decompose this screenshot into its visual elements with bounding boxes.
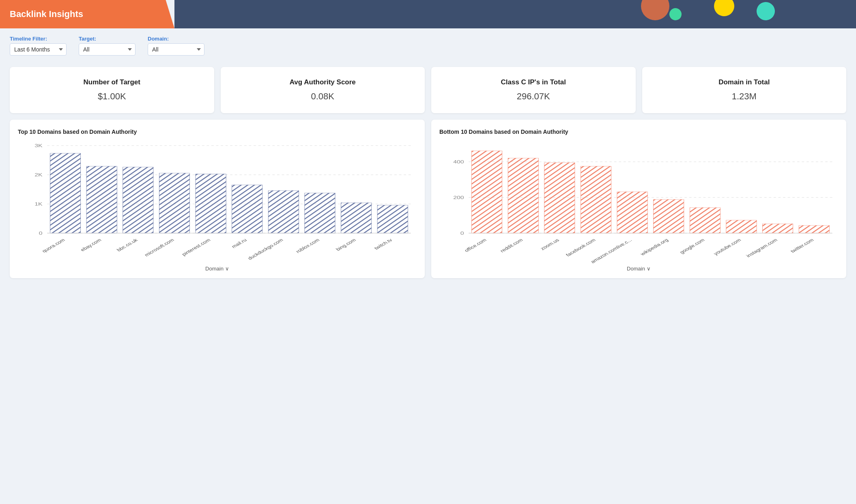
- deco-circle-yellow: [714, 0, 734, 16]
- svg-text:office.com: office.com: [463, 238, 488, 253]
- bottom-domains-chart-card: Bottom 10 Domains based on Domain Author…: [431, 120, 846, 278]
- bottom-bar-chart: 400 200 0: [439, 142, 838, 263]
- bar-amazon: [617, 192, 647, 233]
- svg-text:wikipedia.org: wikipedia.org: [639, 238, 670, 257]
- svg-text:twitter.com: twitter.com: [789, 238, 815, 253]
- card-domain-total: Domain in Total 1.23M: [642, 67, 847, 113]
- svg-text:youtube.com: youtube.com: [712, 238, 742, 256]
- bar-zoom: [544, 163, 575, 233]
- top-domains-chart-card: Top 10 Domains based on Domain Authority: [10, 120, 425, 278]
- header-decoration: [174, 0, 856, 28]
- bar-instagram: [763, 224, 793, 233]
- svg-text:bbc.co.uk: bbc.co.uk: [116, 238, 139, 253]
- card-title-3: Domain in Total: [650, 78, 839, 86]
- card-value-2: 296.07K: [439, 91, 628, 102]
- bar-bbc: [123, 167, 153, 233]
- bar-twitter: [799, 225, 829, 233]
- bar-pinterest: [196, 174, 226, 233]
- card-title-1: Avg Authority Score: [229, 78, 417, 86]
- svg-text:bing.com: bing.com: [335, 238, 357, 252]
- bottom-chart-x-label: Domain ∨: [439, 266, 838, 272]
- target-filter-label: Target:: [79, 36, 135, 42]
- svg-text:reddit.com: reddit.com: [499, 238, 524, 253]
- bar-reddit: [508, 158, 538, 233]
- filters-bar: Timeline Filter: Last 6 Months Last 3 Mo…: [0, 28, 856, 62]
- domain-filter-label: Domain:: [148, 36, 204, 42]
- deco-circle-orange: [641, 0, 669, 20]
- svg-text:twitch.tv: twitch.tv: [373, 238, 394, 251]
- bar-ebay: [86, 166, 117, 233]
- bar-microsoft: [159, 173, 189, 233]
- domain-filter-group: Domain: All: [148, 36, 204, 56]
- app-title: Backlink Insights: [10, 9, 83, 19]
- header: Backlink Insights: [0, 0, 856, 28]
- svg-text:roblox.com: roblox.com: [295, 238, 321, 254]
- bar-wikipedia: [654, 199, 684, 233]
- bar-youtube: [726, 220, 757, 233]
- svg-text:zoom.us: zoom.us: [539, 238, 560, 251]
- bar-twitch: [377, 205, 408, 233]
- deco-square-green: [668, 6, 683, 22]
- bar-office: [472, 151, 502, 233]
- card-value-1: 0.08K: [229, 91, 417, 102]
- top-chart-x-label: Domain ∨: [18, 266, 417, 272]
- bar-facebook: [581, 166, 611, 233]
- metric-cards: Number of Target $1.00K Avg Authority Sc…: [0, 62, 856, 120]
- svg-text:400: 400: [453, 159, 464, 164]
- charts-row: Top 10 Domains based on Domain Authority: [0, 120, 856, 288]
- svg-text:duckduckgo.com: duckduckgo.com: [247, 238, 284, 261]
- svg-text:quora.com: quora.com: [41, 238, 67, 253]
- card-title-2: Class C IP's in Total: [439, 78, 628, 86]
- card-value-0: $1.00K: [18, 91, 206, 102]
- bar-duckduckgo: [268, 191, 299, 233]
- svg-text:0: 0: [460, 231, 464, 236]
- target-filter-select[interactable]: All: [79, 43, 135, 56]
- top-chart-area: 3K 2K 1K 0: [18, 142, 417, 263]
- svg-text:2K: 2K: [34, 172, 42, 177]
- svg-text:0: 0: [39, 231, 43, 236]
- card-value-3: 1.23M: [650, 91, 839, 102]
- bar-bing: [341, 203, 372, 233]
- card-avg-authority: Avg Authority Score 0.08K: [221, 67, 425, 113]
- card-class-c-ip: Class C IP's in Total 296.07K: [431, 67, 636, 113]
- timeline-filter-select[interactable]: Last 6 Months Last 3 Months Last Month A…: [10, 43, 67, 56]
- domain-filter-select[interactable]: All: [148, 43, 204, 56]
- svg-text:facebook.com: facebook.com: [565, 238, 597, 257]
- bottom-chart-title: Bottom 10 Domains based on Domain Author…: [439, 129, 838, 135]
- svg-text:microsoft.com: microsoft.com: [143, 238, 175, 257]
- bar-mailru: [232, 185, 262, 233]
- top-chart-title: Top 10 Domains based on Domain Authority: [18, 129, 417, 135]
- bar-google: [690, 208, 720, 233]
- bottom-chart-area: 400 200 0: [439, 142, 838, 263]
- deco-shape-teal: [755, 0, 777, 22]
- svg-text:1K: 1K: [34, 202, 42, 206]
- card-number-of-target: Number of Target $1.00K: [10, 67, 214, 113]
- timeline-filter-group: Timeline Filter: Last 6 Months Last 3 Mo…: [10, 36, 67, 56]
- bar-quora: [50, 153, 81, 233]
- svg-text:google.com: google.com: [678, 238, 706, 255]
- card-title-0: Number of Target: [18, 78, 206, 86]
- svg-text:mail.ru: mail.ru: [230, 238, 248, 249]
- bar-roblox: [305, 193, 335, 233]
- svg-text:ebay.com: ebay.com: [79, 238, 103, 252]
- header-brand: Backlink Insights: [0, 0, 174, 28]
- timeline-filter-label: Timeline Filter:: [10, 36, 67, 42]
- svg-text:instagram.com: instagram.com: [745, 238, 779, 258]
- top-bar-chart: 3K 2K 1K 0: [18, 142, 417, 263]
- svg-text:3K: 3K: [34, 143, 42, 148]
- svg-text:pinterest.com: pinterest.com: [181, 238, 212, 257]
- target-filter-group: Target: All: [79, 36, 135, 56]
- svg-text:200: 200: [453, 195, 464, 200]
